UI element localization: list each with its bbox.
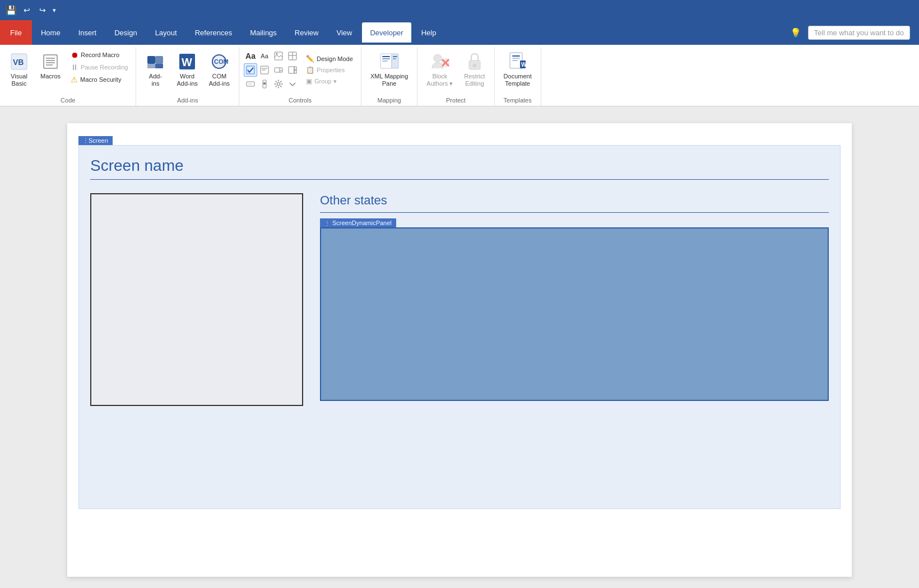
restrict-editing-label: RestrictEditing — [464, 73, 485, 87]
block-authors-button[interactable]: BlockAuthors ▾ — [422, 49, 457, 90]
svg-rect-37 — [382, 60, 388, 62]
svg-rect-9 — [147, 64, 155, 68]
left-panel — [90, 193, 303, 406]
ctrl-combo-box[interactable] — [272, 63, 285, 77]
svg-text:VB: VB — [13, 58, 24, 67]
quick-access-dropdown[interactable]: ▾ — [53, 7, 56, 14]
com-add-ins-icon: COM — [209, 52, 229, 72]
design-mode-button[interactable]: ✏️ Design Mode — [303, 54, 356, 64]
block-authors-icon — [430, 52, 450, 72]
macro-security-button[interactable]: ⚠ Macro Security — [67, 74, 131, 85]
document-template-icon: W — [508, 52, 528, 72]
dynamic-panel-box — [320, 227, 829, 401]
ctrl-image[interactable] — [272, 49, 285, 63]
svg-rect-24 — [275, 68, 282, 72]
add-ins-group-label: Add-ins — [177, 95, 198, 104]
search-bar[interactable]: Tell me what you want to do — [808, 26, 910, 40]
screen-label[interactable]: ⋮ Screen — [78, 136, 113, 145]
document-template-button[interactable]: W DocumentTemplate — [499, 49, 536, 90]
add-ins-group-content: Add-ins W WordAdd-ins COM — [141, 49, 234, 95]
group-button[interactable]: ▣ Group ▾ — [303, 76, 356, 86]
menu-design[interactable]: Design — [106, 22, 145, 43]
templates-group-label: Templates — [504, 95, 532, 104]
svg-rect-36 — [382, 58, 390, 59]
record-macro-icon: ⏺ — [71, 50, 78, 59]
word-add-ins-label: WordAdd-ins — [177, 73, 197, 87]
redo-btn[interactable]: ↪ — [37, 4, 48, 16]
title-bar: 💾 ↩ ↪ ▾ — [0, 0, 919, 20]
properties-button[interactable]: 📋 Properties — [303, 65, 356, 75]
svg-rect-40 — [393, 58, 396, 59]
add-ins-icon — [145, 52, 165, 72]
svg-point-16 — [276, 53, 278, 55]
macros-label: Macros — [40, 73, 61, 80]
menu-references[interactable]: References — [187, 22, 240, 43]
menu-review[interactable]: Review — [287, 22, 327, 43]
ctrl-more[interactable] — [286, 77, 299, 91]
svg-rect-48 — [512, 55, 520, 57]
svg-text:COM: COM — [214, 58, 229, 65]
xml-mapping-pane-icon — [379, 52, 400, 72]
menu-mailings[interactable]: Mailings — [242, 22, 285, 43]
right-panel: Other states ⋮ ScreenDynamicPanel — [320, 193, 829, 406]
ribbon-group-templates: W DocumentTemplate Templates — [495, 47, 541, 106]
visual-basic-button[interactable]: VB VisualBasic — [4, 49, 34, 90]
code-group-content: VB VisualBasic Macros — [4, 49, 131, 95]
menu-help[interactable]: Help — [414, 22, 444, 43]
screen-content: Other states ⋮ ScreenDynamicPanel — [90, 193, 829, 406]
com-add-ins-button[interactable]: COM COMAdd-ins — [205, 49, 234, 90]
xml-mapping-pane-label: XML MappingPane — [370, 73, 408, 87]
menu-bar: File Home Insert Design Layout Reference… — [0, 20, 919, 45]
ribbon-group-code: VB VisualBasic Macros — [0, 47, 136, 106]
record-macro-button[interactable]: ⏺ Record Macro — [67, 49, 131, 60]
document-area: ⋮ Screen Screen name Other states ⋮ — [0, 106, 919, 588]
pause-recording-button[interactable]: ⏸ Pause Recording — [67, 62, 131, 73]
screen-title: Screen name — [90, 157, 829, 175]
menu-home[interactable]: Home — [33, 22, 68, 43]
visual-basic-label: VisualBasic — [11, 73, 27, 87]
ctrl-list-box[interactable] — [258, 63, 271, 77]
add-ins-button[interactable]: Add-ins — [141, 49, 170, 90]
word-add-ins-icon: W — [177, 52, 197, 72]
ctrl-aa-small[interactable]: Aa — [258, 49, 271, 63]
dynamic-panel-label[interactable]: ⋮ ScreenDynamicPanel — [320, 218, 396, 227]
menu-view[interactable]: View — [328, 22, 360, 43]
ctrl-table[interactable] — [286, 49, 299, 63]
svg-rect-35 — [382, 56, 390, 57]
protect-group-content: BlockAuthors ▾ RestrictEditing — [422, 49, 489, 95]
controls-icons-grid: Aa Aa — [244, 49, 299, 91]
ctrl-spin[interactable] — [286, 63, 299, 77]
svg-rect-8 — [155, 56, 163, 64]
dynamic-panel-label-icon: ⋮ — [324, 220, 330, 226]
ctrl-checkbox[interactable] — [244, 63, 257, 77]
com-add-ins-label: COMAdd-ins — [209, 73, 230, 87]
search-placeholder-text: Tell me what you want to do — [814, 29, 904, 37]
other-states-divider — [320, 212, 829, 213]
templates-group-content: W DocumentTemplate — [499, 49, 536, 95]
undo-btn[interactable]: ↩ — [21, 4, 33, 16]
word-add-ins-button[interactable]: W WordAdd-ins — [172, 49, 202, 90]
menu-file[interactable]: File — [0, 20, 32, 45]
macro-small-group: ⏺ Record Macro ⏸ Pause Recording ⚠ Macro… — [67, 49, 131, 85]
xml-mapping-pane-button[interactable]: XML MappingPane — [366, 49, 412, 90]
lightbulb-icon: 💡 — [790, 27, 801, 38]
menu-insert[interactable]: Insert — [71, 22, 105, 43]
ctrl-text-box[interactable] — [244, 77, 257, 91]
restrict-editing-icon — [465, 52, 485, 72]
restrict-editing-button[interactable]: RestrictEditing — [460, 49, 489, 90]
svg-rect-27 — [294, 67, 296, 70]
document-template-label: DocumentTemplate — [504, 73, 532, 87]
block-authors-label: BlockAuthors ▾ — [426, 73, 453, 87]
svg-rect-32 — [263, 82, 266, 85]
ctrl-scroll[interactable] — [258, 77, 271, 91]
svg-point-33 — [277, 83, 280, 86]
ctrl-gear[interactable] — [272, 77, 285, 91]
macros-button[interactable]: Macros — [36, 49, 65, 82]
menu-layout[interactable]: Layout — [147, 22, 185, 43]
screen-container: Screen name Other states ⋮ ScreenDynamic… — [78, 145, 841, 509]
menu-developer[interactable]: Developer — [362, 22, 411, 43]
other-states-title: Other states — [320, 193, 829, 208]
ctrl-aa-large[interactable]: Aa — [244, 49, 257, 63]
svg-rect-26 — [289, 67, 294, 73]
word-save-icon[interactable]: 💾 — [6, 5, 17, 16]
